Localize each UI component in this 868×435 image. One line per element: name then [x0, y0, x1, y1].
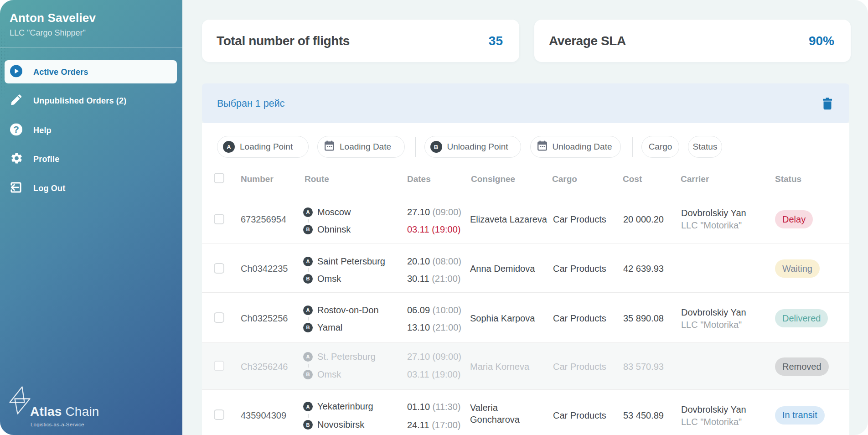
svg-text:?: ? — [13, 124, 19, 135]
